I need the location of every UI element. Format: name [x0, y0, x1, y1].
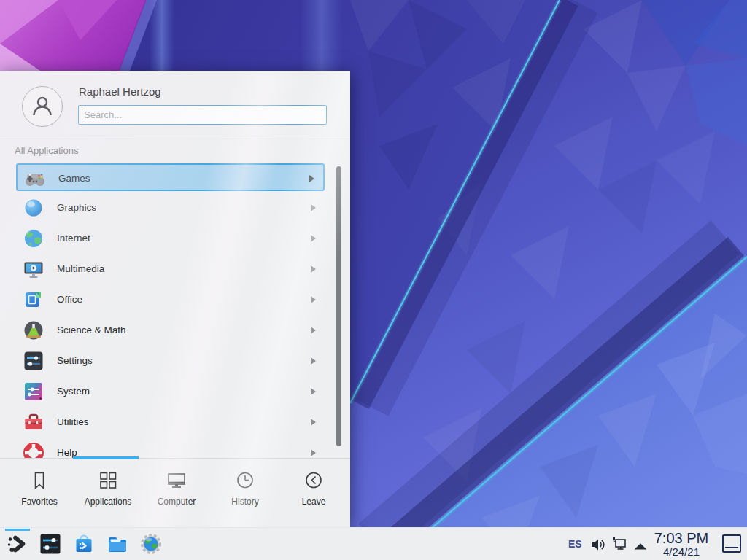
- menu-item-label: System: [57, 378, 90, 405]
- menu-item-label: Help: [57, 439, 77, 458]
- tab-label: Leave: [302, 497, 326, 507]
- science-flask-icon: [22, 319, 45, 342]
- menu-item-label: Settings: [57, 347, 93, 374]
- application-category-list: Games Graphics: [0, 158, 350, 458]
- tab-leave[interactable]: Leave: [279, 459, 348, 527]
- tab-label: Applications: [85, 497, 132, 507]
- submenu-arrow-icon: [311, 327, 316, 334]
- submenu-arrow-icon: [309, 175, 314, 182]
- leave-icon: [303, 470, 325, 491]
- launcher-header: Raphael Hertzog: [0, 71, 350, 139]
- toolbox-icon: [22, 411, 45, 434]
- submenu-arrow-icon: [311, 235, 316, 242]
- office-documents-icon: [22, 288, 45, 311]
- show-desktop-button[interactable]: [722, 534, 741, 553]
- menu-item-label: Graphics: [57, 194, 96, 221]
- network-icon[interactable]: [611, 536, 628, 553]
- submenu-arrow-icon: [311, 419, 316, 426]
- launcher-tabbar: Favorites Applications: [0, 458, 350, 527]
- submenu-arrow-icon: [311, 204, 316, 211]
- tab-label: History: [231, 497, 258, 507]
- clock-time: 7:03 PM: [648, 530, 715, 546]
- menu-item-internet[interactable]: Internet: [16, 225, 325, 252]
- menu-item-system[interactable]: System: [16, 378, 325, 405]
- lifebuoy-icon: [22, 441, 45, 458]
- menu-item-label: Multimedia: [57, 255, 104, 282]
- grid-icon: [97, 470, 119, 491]
- keyboard-layout-indicator[interactable]: ES: [568, 538, 582, 550]
- show-desktop-glyph: [725, 547, 738, 548]
- submenu-arrow-icon: [311, 357, 316, 365]
- tab-label: Favorites: [21, 497, 57, 507]
- menu-item-settings[interactable]: Settings: [16, 347, 325, 375]
- search-input[interactable]: [78, 105, 327, 125]
- tab-history[interactable]: History: [211, 459, 279, 527]
- clock-icon: [234, 470, 256, 491]
- globe-gear-icon: [139, 532, 163, 556]
- bookmark-icon: [28, 470, 50, 491]
- menu-item-graphics[interactable]: Graphics: [16, 194, 325, 222]
- launcher-active-indicator: [5, 529, 30, 531]
- application-launcher-menu: Raphael Hertzog All Applications: [0, 71, 350, 527]
- menu-item-label: Internet: [57, 225, 90, 252]
- menu-item-office[interactable]: Office: [16, 286, 325, 314]
- text-cursor: [82, 109, 82, 120]
- monitor-icon: [166, 470, 187, 491]
- taskbar-panel: ES 7:03 PM 4/24/21: [0, 527, 747, 560]
- menu-item-games[interactable]: Games: [16, 163, 325, 191]
- discover-button[interactable]: [72, 532, 96, 556]
- header-divider: [0, 139, 350, 139]
- user-name: Raphael Hertzog: [79, 85, 161, 98]
- system-sliders-icon: [22, 380, 45, 403]
- tab-computer[interactable]: Computer: [142, 459, 211, 527]
- tab-label: Computer: [158, 497, 196, 507]
- tab-favorites[interactable]: Favorites: [5, 459, 74, 527]
- menu-item-label: Office: [57, 286, 82, 313]
- clock-widget[interactable]: 7:03 PM 4/24/21: [648, 530, 715, 558]
- submenu-arrow-icon: [311, 388, 316, 395]
- graphics-sphere-icon: [22, 196, 45, 219]
- menu-item-label: Games: [58, 165, 90, 192]
- user-icon: [31, 95, 54, 118]
- kde-desktop: Raphael Hertzog All Applications: [0, 0, 747, 560]
- submenu-arrow-icon: [311, 449, 316, 456]
- menu-item-help[interactable]: Help: [16, 439, 325, 458]
- menu-item-science-math[interactable]: Science & Math: [16, 316, 325, 344]
- active-tab-indicator: [73, 456, 139, 459]
- web-browser-button[interactable]: [139, 532, 163, 556]
- system-settings-icon: [39, 532, 62, 556]
- gamepad-icon: [23, 167, 47, 190]
- application-launcher-button[interactable]: [6, 532, 29, 556]
- kde-launcher-icon: [6, 532, 29, 556]
- globe-icon: [22, 227, 45, 250]
- discover-bag-icon: [72, 532, 96, 556]
- clock-date: 4/24/21: [648, 546, 715, 558]
- submenu-arrow-icon: [311, 265, 316, 273]
- tab-applications[interactable]: Applications: [74, 459, 142, 527]
- settings-sliders-icon: [22, 349, 45, 373]
- menu-item-utilities[interactable]: Utilities: [16, 408, 325, 436]
- expand-tray-icon[interactable]: [632, 538, 649, 556]
- menu-item-label: Utilities: [57, 408, 89, 435]
- list-scrollbar[interactable]: [336, 166, 341, 446]
- menu-item-label: Science & Math: [57, 316, 126, 343]
- menu-item-multimedia[interactable]: Multimedia: [16, 255, 325, 283]
- user-avatar[interactable]: [22, 86, 63, 127]
- submenu-arrow-icon: [311, 296, 316, 303]
- volume-icon[interactable]: [589, 536, 606, 553]
- section-label: All Applications: [15, 145, 78, 156]
- folder-icon: [106, 532, 129, 556]
- file-manager-button[interactable]: [106, 532, 129, 556]
- system-settings-button[interactable]: [39, 532, 62, 556]
- multimedia-monitor-icon: [22, 257, 45, 281]
